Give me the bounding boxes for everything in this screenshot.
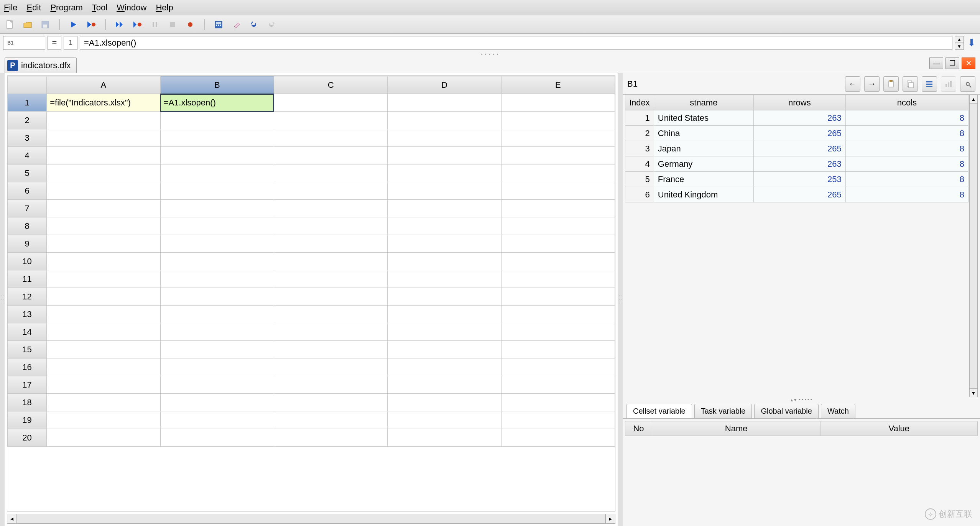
row-header-20[interactable]: 20 xyxy=(8,429,47,447)
cell[interactable] xyxy=(160,323,274,341)
data-table-scrollbar[interactable]: ▲ ▼ xyxy=(969,95,978,397)
cell[interactable] xyxy=(388,358,501,376)
cell[interactable] xyxy=(388,217,501,235)
tab-task-variable[interactable]: Task variable xyxy=(694,404,752,418)
cell[interactable] xyxy=(501,341,615,358)
cell[interactable] xyxy=(388,164,501,182)
cell[interactable] xyxy=(160,147,274,164)
cell[interactable] xyxy=(47,147,160,164)
menu-edit[interactable]: Edit xyxy=(26,3,41,13)
row-header-12[interactable]: 12 xyxy=(8,288,47,306)
tab-cellset-variable[interactable]: Cellset variable xyxy=(626,404,692,418)
cell[interactable] xyxy=(47,323,160,341)
variable-table[interactable]: No Name Value xyxy=(625,421,978,436)
cell[interactable] xyxy=(388,200,501,217)
menu-tool[interactable]: Tool xyxy=(92,3,107,13)
scroll-left-icon[interactable]: ◄ xyxy=(7,514,17,524)
horizontal-scrollbar[interactable]: ◄ ► xyxy=(7,514,615,524)
cell[interactable] xyxy=(160,217,274,235)
menu-window[interactable]: Window xyxy=(117,3,146,13)
data-table[interactable]: Index stname nrows ncols 1United States2… xyxy=(625,95,968,202)
cell[interactable] xyxy=(501,306,615,323)
copy-icon[interactable] xyxy=(903,76,918,92)
row-header-10[interactable]: 10 xyxy=(8,253,47,270)
redo-icon[interactable] xyxy=(265,18,278,31)
maximize-button[interactable]: ❐ xyxy=(945,58,959,69)
run-breakpoint-icon[interactable] xyxy=(85,18,97,31)
save-icon[interactable] xyxy=(39,18,51,31)
cell[interactable] xyxy=(388,323,501,341)
cell[interactable] xyxy=(388,182,501,200)
cell[interactable] xyxy=(47,182,160,200)
cell[interactable] xyxy=(388,306,501,323)
select-all-corner[interactable] xyxy=(8,76,47,94)
row-header-19[interactable]: 19 xyxy=(8,411,47,429)
cell[interactable] xyxy=(47,288,160,306)
cell[interactable] xyxy=(388,94,501,112)
horizontal-grip[interactable]: • • • • • xyxy=(0,52,980,56)
cell[interactable] xyxy=(160,112,274,129)
cell[interactable] xyxy=(388,253,501,270)
cell[interactable]: =file("Indicators.xlsx") xyxy=(47,94,160,112)
run-icon[interactable] xyxy=(67,18,80,31)
cell[interactable] xyxy=(501,217,615,235)
row-header-3[interactable]: 3 xyxy=(8,129,47,147)
cell[interactable] xyxy=(160,164,274,182)
scroll-up-icon[interactable]: ▲ xyxy=(970,95,977,104)
cell[interactable] xyxy=(160,253,274,270)
spreadsheet-grid[interactable]: A B C D E 1=file("Indicators.xlsx")=A1.x… xyxy=(7,76,615,511)
cell[interactable] xyxy=(160,200,274,217)
cell[interactable] xyxy=(388,411,501,429)
row-header-13[interactable]: 13 xyxy=(8,306,47,323)
cell[interactable] xyxy=(47,306,160,323)
open-file-icon[interactable] xyxy=(21,18,34,31)
undo-icon[interactable] xyxy=(248,18,260,31)
cell[interactable] xyxy=(47,164,160,182)
cell[interactable] xyxy=(47,235,160,253)
cell[interactable] xyxy=(274,429,387,447)
cell[interactable] xyxy=(160,129,274,147)
menu-program[interactable]: Program xyxy=(50,3,82,13)
minimize-button[interactable]: — xyxy=(929,58,943,69)
cell[interactable] xyxy=(501,147,615,164)
dt-col-stname[interactable]: stname xyxy=(654,95,753,110)
tab-watch[interactable]: Watch xyxy=(821,404,855,418)
chart-icon[interactable] xyxy=(941,76,956,92)
cell[interactable] xyxy=(274,217,387,235)
spin-down-icon[interactable]: ▼ xyxy=(955,43,964,50)
cell[interactable] xyxy=(47,376,160,394)
row-header-4[interactable]: 4 xyxy=(8,147,47,164)
expand-formula-icon[interactable]: ⬇ xyxy=(966,36,977,50)
cell[interactable] xyxy=(388,429,501,447)
cell[interactable] xyxy=(274,147,387,164)
cell[interactable] xyxy=(388,112,501,129)
cell[interactable] xyxy=(274,270,387,288)
cell[interactable] xyxy=(501,200,615,217)
cell[interactable] xyxy=(501,235,615,253)
settings-icon[interactable] xyxy=(960,76,975,92)
row-header-8[interactable]: 8 xyxy=(8,217,47,235)
row-header-9[interactable]: 9 xyxy=(8,235,47,253)
cell[interactable] xyxy=(160,394,274,411)
scroll-down-icon[interactable]: ▼ xyxy=(970,388,977,397)
cell[interactable] xyxy=(47,394,160,411)
cell[interactable] xyxy=(160,376,274,394)
cell[interactable] xyxy=(160,411,274,429)
cell[interactable] xyxy=(47,270,160,288)
cell[interactable] xyxy=(501,288,615,306)
cell[interactable] xyxy=(274,112,387,129)
col-header-b[interactable]: B xyxy=(160,76,274,94)
cell[interactable] xyxy=(47,253,160,270)
table-row[interactable]: 3Japan2658 xyxy=(625,141,968,156)
cell[interactable] xyxy=(274,253,387,270)
step-into-icon[interactable] xyxy=(131,18,143,31)
cell[interactable] xyxy=(501,94,615,112)
menu-file[interactable]: File xyxy=(4,3,17,13)
spin-up-icon[interactable]: ▲ xyxy=(955,36,964,43)
cell[interactable] xyxy=(274,306,387,323)
vt-col-no[interactable]: No xyxy=(625,421,652,436)
cell[interactable] xyxy=(501,112,615,129)
cell[interactable] xyxy=(47,429,160,447)
cell[interactable] xyxy=(501,253,615,270)
cell[interactable] xyxy=(501,376,615,394)
